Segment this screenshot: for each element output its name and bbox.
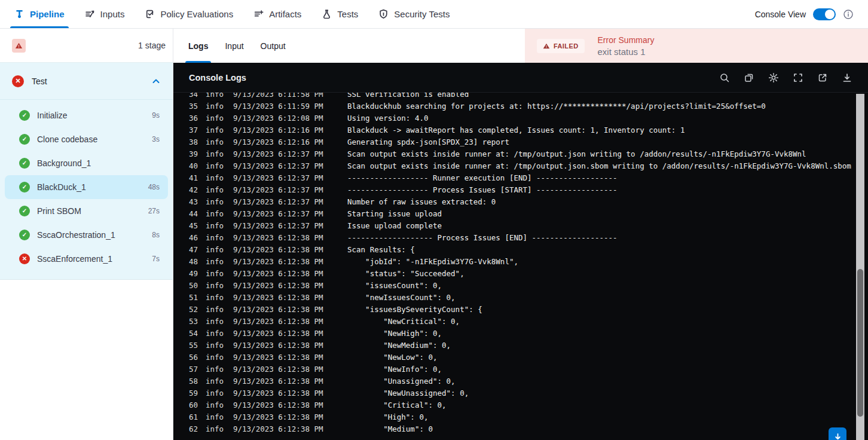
step-row-clone-codebase[interactable]: ✓Clone codebase3s (5, 127, 168, 151)
step-row-blackduck-1[interactable]: ✓BlackDuck_148s (5, 175, 168, 199)
log-timestamp: 9/13/2023 6:12:38 PM (233, 232, 327, 244)
nav-tab-pipeline[interactable]: Pipeline (14, 0, 65, 28)
step-row-background-1[interactable]: ✓Background_1 (5, 151, 168, 175)
log-message: "Unassigned": 0, (347, 375, 456, 387)
log-line-number: 43 (184, 196, 198, 208)
log-message: Scan Results: { (347, 244, 415, 256)
error-summary-title: Error Summary (598, 35, 655, 45)
stage-summary-row: 1 stage (0, 29, 173, 62)
pipeline-icon (14, 9, 25, 19)
nav-tab-label: Inputs (100, 9, 125, 19)
nav-tab-inputs[interactable]: Inputs (85, 0, 125, 28)
log-message: "Medium": 0 (347, 423, 433, 435)
log-line: 41info9/13/2023 6:12:37 PM--------------… (173, 172, 856, 184)
execution-sidebar: 1 stage ✕ Test ✓Initialize9s✓Clone codeb… (0, 29, 173, 440)
log-timestamp: 9/13/2023 6:12:38 PM (233, 375, 327, 387)
console-scrollbar[interactable] (856, 94, 864, 440)
log-line: 57info9/13/2023 6:12:38 PM "NewInfo": 0, (173, 363, 856, 375)
nav-tab-label: Policy Evaluations (160, 9, 233, 19)
log-line-number: 51 (184, 292, 198, 304)
log-line-number: 42 (184, 184, 198, 196)
log-line: 39info9/13/2023 6:12:37 PMScan output ex… (173, 148, 856, 160)
console-scrollbar-thumb[interactable] (857, 269, 863, 417)
step-row-print-sbom[interactable]: ✓Print SBOM27s (5, 199, 168, 223)
log-timestamp: 9/13/2023 6:11:59 PM (233, 100, 327, 112)
log-timestamp: 9/13/2023 6:12:37 PM (233, 184, 327, 196)
top-navigation-bar: PipelineInputsPolicy EvaluationsArtifact… (0, 0, 868, 29)
step-row-initialize[interactable]: ✓Initialize9s (5, 103, 168, 127)
search-icon[interactable] (719, 72, 730, 83)
log-message: "NewUnassigned": 0, (347, 387, 469, 399)
toggle-knob (825, 10, 835, 19)
log-timestamp: 9/13/2023 6:12:38 PM (233, 399, 327, 411)
log-message: "jobId": "-n1FkEpdiw3Y7G-Vvk8Wnl", (347, 256, 518, 268)
tab-output[interactable]: Output (261, 29, 286, 63)
copy-icon[interactable] (744, 72, 754, 83)
log-message: Scan output exists inside runner at: /tm… (347, 160, 851, 172)
log-message: "NewHigh": 0, (347, 328, 442, 340)
log-message: Blackduckhub searching for projects at: … (347, 100, 766, 112)
log-line: 52info9/13/2023 6:12:38 PM "issuesBySeve… (173, 304, 856, 316)
info-icon[interactable] (843, 9, 854, 20)
log-line-number: 37 (184, 124, 198, 136)
log-level: info (206, 387, 226, 399)
console-view-label: Console View (755, 10, 806, 19)
log-timestamp: 9/13/2023 6:12:38 PM (233, 256, 327, 268)
nav-tab-artifacts[interactable]: Artifacts (253, 0, 301, 28)
log-message: "issuesBySeverityCount": { (347, 304, 482, 316)
log-level: info (206, 256, 226, 268)
nav-tab-label: Pipeline (30, 9, 65, 19)
step-label: SscaEnforcement_1 (37, 254, 112, 264)
download-icon[interactable] (842, 72, 852, 83)
log-line: 60info9/13/2023 6:12:38 PM "Critical": 0… (173, 399, 856, 411)
log-level: info (206, 411, 226, 423)
log-line: 62info9/13/2023 6:12:38 PM "Medium": 0 (173, 423, 856, 435)
open-in-new-icon[interactable] (817, 72, 828, 83)
log-message: "NewCritical": 0, (347, 316, 460, 328)
tab-input[interactable]: Input (225, 29, 243, 63)
settings-icon[interactable] (768, 72, 779, 83)
log-line: 59info9/13/2023 6:12:38 PM "NewUnassigne… (173, 387, 856, 399)
log-level: info (206, 196, 226, 208)
step-success-icon: ✓ (19, 134, 30, 145)
log-level: info (206, 340, 226, 352)
log-message: "status": "Succeeded", (347, 268, 464, 280)
step-row-sscaorchestration-1[interactable]: ✓SscaOrchestration_18s (5, 223, 168, 247)
chevron-up-icon[interactable] (151, 77, 161, 86)
log-line: 45info9/13/2023 6:12:37 PMIssue upload c… (173, 220, 856, 232)
log-line: 56info9/13/2023 6:12:38 PM "NewLow": 0, (173, 352, 856, 363)
log-line: 49info9/13/2023 6:12:38 PM "status": "Su… (173, 268, 856, 280)
log-line-number: 54 (184, 328, 198, 340)
log-line: 54info9/13/2023 6:12:38 PM "NewHigh": 0, (173, 328, 856, 340)
log-timestamp: 9/13/2023 6:12:37 PM (233, 148, 327, 160)
console-view-toggle[interactable] (813, 8, 836, 20)
scroll-to-bottom-button[interactable] (829, 427, 846, 440)
log-timestamp: 9/13/2023 6:12:08 PM (233, 112, 327, 124)
log-level: info (206, 93, 226, 100)
step-duration: 27s (148, 207, 160, 215)
log-timestamp: 9/13/2023 6:12:37 PM (233, 196, 327, 208)
log-lines: 34info9/13/2023 6:11:58 PMSSL verificati… (173, 93, 856, 435)
log-timestamp: 9/13/2023 6:12:38 PM (233, 268, 327, 280)
stage-header-test[interactable]: ✕ Test (0, 63, 173, 100)
tab-logs[interactable]: Logs (188, 29, 208, 63)
log-level: info (206, 220, 226, 232)
nav-tab-policy-evaluations[interactable]: Policy Evaluations (145, 0, 233, 28)
nav-tab-tests[interactable]: Tests (322, 0, 358, 28)
log-line-number: 59 (184, 387, 198, 399)
log-line-number: 39 (184, 148, 198, 160)
log-level: info (206, 244, 226, 256)
log-line-number: 48 (184, 256, 198, 268)
log-level: info (206, 268, 226, 280)
log-timestamp: 9/13/2023 6:12:38 PM (233, 328, 327, 340)
error-summary-strip: FAILED Error Summary exit status 1 (525, 29, 868, 63)
step-duration: 3s (152, 135, 160, 143)
step-row-sscaenforcement-1[interactable]: ✕SscaEnforcement_17s (5, 247, 168, 271)
log-message: "Critical": 0, (347, 399, 447, 411)
fullscreen-icon[interactable] (793, 72, 803, 83)
log-timestamp: 9/13/2023 6:12:37 PM (233, 208, 327, 220)
log-message: ------------------- Process Issues [END]… (347, 232, 618, 244)
log-line: 46info9/13/2023 6:12:38 PM--------------… (173, 232, 856, 244)
nav-tab-security-tests[interactable]: Security Tests (378, 0, 450, 28)
log-level: info (206, 280, 226, 292)
